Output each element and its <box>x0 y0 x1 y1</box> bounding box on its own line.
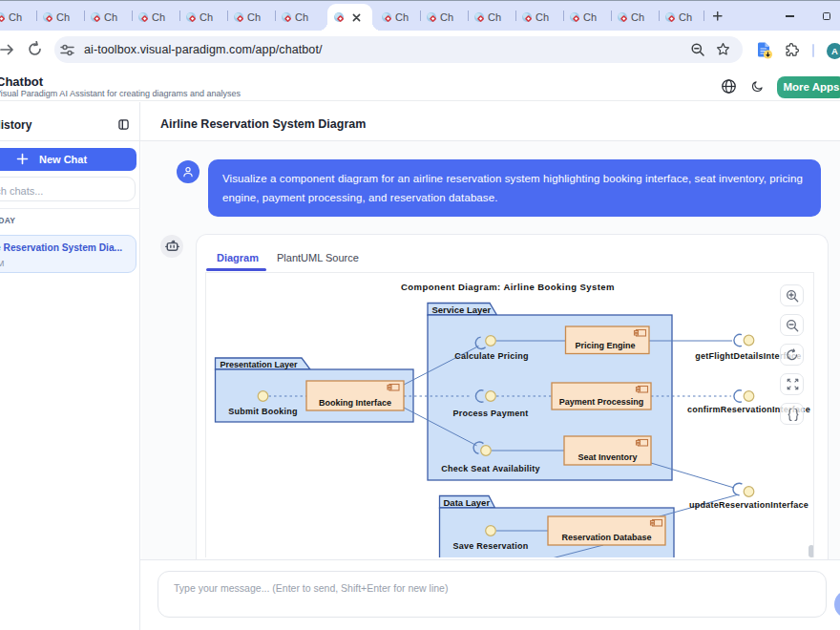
svg-text:Presentation Layer: Presentation Layer <box>220 360 299 369</box>
svg-text:Service Layer: Service Layer <box>432 304 492 315</box>
svg-text:Save Reservation: Save Reservation <box>452 541 528 551</box>
svg-text:Pricing Engine: Pricing Engine <box>575 341 635 350</box>
svg-text:Check Seat Availability: Check Seat Availability <box>441 464 540 473</box>
svg-text:Submit Booking: Submit Booking <box>228 407 298 416</box>
svg-text:updateReservationInterface: updateReservationInterface <box>689 500 808 510</box>
svg-text:Payment Processing: Payment Processing <box>559 397 644 407</box>
svg-text:Booking Interface: Booking Interface <box>319 398 391 408</box>
svg-text:Reservation Database: Reservation Database <box>561 533 651 542</box>
svg-text:Component Diagram: Airline Boo: Component Diagram: Airline Booking Syste… <box>401 282 615 292</box>
svg-text:Process Payment: Process Payment <box>453 409 529 418</box>
svg-text:Seat Inventory: Seat Inventory <box>578 452 637 462</box>
svg-text:Calculate Pricing: Calculate Pricing <box>454 351 528 361</box>
svg-text:Data Layer: Data Layer <box>444 497 491 508</box>
